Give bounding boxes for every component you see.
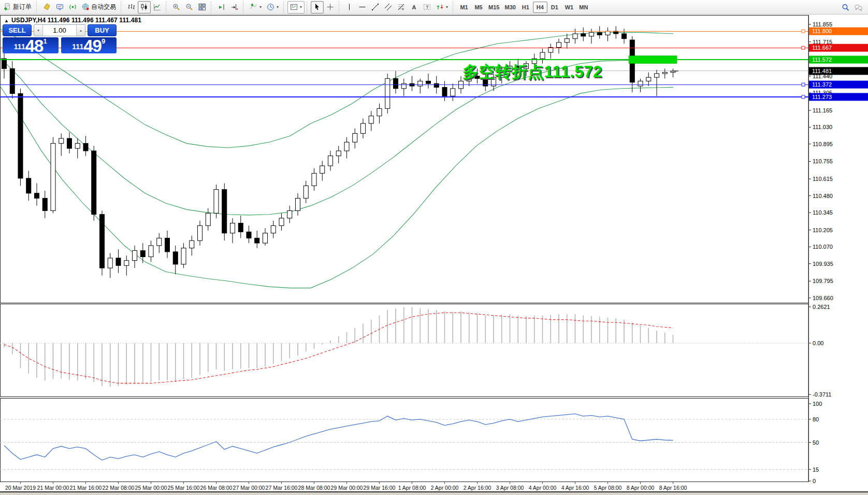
- text-button[interactable]: A: [408, 1, 421, 13]
- zoom-out-button[interactable]: [183, 1, 196, 13]
- algo-trading-button[interactable]: 自动交易: [79, 1, 119, 13]
- turning-point-bar[interactable]: [629, 56, 677, 64]
- sell-price-box[interactable]: 111 48 1: [3, 37, 59, 53]
- text-label-button[interactable]: T: [421, 1, 433, 13]
- equidistant-channel-button[interactable]: [382, 1, 395, 13]
- candle-body: [263, 233, 268, 243]
- chart-canvas[interactable]: MACD(12,26,9) 0.0601 0.1088 RSI(14) 52.6…: [0, 15, 868, 495]
- algo-trading-icon: [82, 3, 90, 11]
- candle-body: [42, 198, 47, 210]
- timeframe-m5-button[interactable]: M5: [471, 2, 486, 13]
- tile-windows-button[interactable]: [196, 1, 209, 13]
- chart-shift-button[interactable]: [215, 1, 228, 13]
- candle-body: [230, 223, 235, 233]
- toolbar-separator: [453, 2, 455, 13]
- price-badge-label: 111.572: [812, 56, 832, 63]
- candle-body: [157, 238, 162, 245]
- candle-body: [247, 232, 251, 238]
- chart-template-button[interactable]: ▾: [287, 1, 305, 13]
- candlestick-chart-button[interactable]: [138, 1, 151, 13]
- new-order-button-label: 新订单: [13, 3, 32, 11]
- buy-button[interactable]: BUY: [88, 24, 117, 36]
- chevron-down-icon[interactable]: ▾: [446, 5, 448, 9]
- turning-point-annotation[interactable]: 多空转折点111.572: [462, 61, 602, 83]
- macd-panel[interactable]: [1, 304, 809, 397]
- crosshair-icon: [326, 3, 334, 11]
- signals-icon[interactable]: [66, 1, 79, 13]
- timeframe-mn-button[interactable]: MN: [576, 2, 591, 13]
- candle-body: [206, 213, 210, 225]
- candle-body: [198, 225, 202, 241]
- text-icon: A: [410, 3, 418, 11]
- fibonacci-icon: F: [397, 3, 405, 11]
- line-endpoint-marker[interactable]: [802, 30, 805, 33]
- price-tick-label: 110.615: [813, 176, 833, 182]
- toolbar: 新订单自动交易▾▾▾FAT▾M1M5M15M30H1H4D1W1MN: [0, 0, 868, 15]
- buy-price-prefix: 111: [72, 43, 83, 51]
- search-icon: [842, 4, 849, 11]
- timeframe-h4-button[interactable]: H4: [533, 2, 547, 13]
- horizontal-line-button[interactable]: [356, 1, 369, 13]
- candle-body: [597, 33, 602, 35]
- cursor-button[interactable]: [311, 1, 324, 13]
- candle-body: [26, 178, 31, 193]
- timeframe-m1-button[interactable]: M1: [457, 2, 471, 13]
- crosshair-button[interactable]: [324, 1, 337, 13]
- zoom-in-button[interactable]: [170, 1, 183, 13]
- charts-profile-icon[interactable]: [40, 1, 53, 13]
- candle-body: [303, 186, 308, 198]
- timeframe-m30-button[interactable]: M30: [502, 2, 518, 13]
- candle-body: [92, 151, 96, 215]
- candlestick-chart-icon: [140, 3, 148, 11]
- market-watch-icon[interactable]: [53, 1, 66, 13]
- candle-body: [655, 74, 659, 77]
- candle-body: [320, 166, 325, 173]
- time-tick-label: 20 Mar 2019: [5, 485, 36, 491]
- candle-body: [222, 190, 227, 233]
- chart-title-bar: ▲USDJPY,H4 111.496 111.496 111.467 111.4…: [4, 17, 141, 24]
- price-badge-label: 111.667: [812, 45, 832, 51]
- candle-body: [442, 87, 447, 96]
- bar-chart-button[interactable]: [125, 1, 138, 13]
- fibonacci-button[interactable]: F: [395, 1, 408, 13]
- line-endpoint-marker[interactable]: [802, 83, 805, 86]
- new-order-button[interactable]: 新订单: [1, 1, 34, 13]
- time-tick-label: 2 Apr 00:00: [431, 485, 459, 491]
- chevron-down-icon[interactable]: ▾: [300, 5, 302, 9]
- time-tick-label: 4 Apr 16:00: [561, 485, 589, 491]
- auto-scroll-button[interactable]: [228, 1, 241, 13]
- candle-body: [426, 81, 431, 83]
- arrows-button[interactable]: ▾: [433, 1, 451, 13]
- trendline-icon: [371, 3, 379, 11]
- buy-price-box[interactable]: 111 49 9: [61, 37, 117, 53]
- timeframe-h1-button[interactable]: H1: [518, 2, 533, 13]
- vertical-line-button[interactable]: [343, 1, 356, 13]
- main-chart-panel[interactable]: [1, 16, 809, 303]
- volume-value[interactable]: 1.00: [43, 25, 76, 36]
- time-tick-label: 5 Apr 08:00: [594, 485, 622, 491]
- candle-body: [605, 31, 610, 35]
- line-endpoint-marker[interactable]: [802, 95, 805, 98]
- price-tick-label: 111.165: [813, 107, 832, 114]
- chevron-down-icon[interactable]: ▾: [277, 5, 279, 9]
- search-button[interactable]: [839, 1, 852, 13]
- line-chart-icon: [153, 3, 161, 11]
- chevron-down-icon[interactable]: ▾: [259, 5, 262, 9]
- sell-button[interactable]: SELL: [3, 24, 32, 36]
- trendline-button[interactable]: [369, 1, 382, 13]
- line-chart-button[interactable]: [151, 1, 164, 13]
- collapse-arrow-icon[interactable]: ▲: [4, 18, 9, 23]
- timeframe-m15-button[interactable]: M15: [486, 2, 502, 13]
- volume-decrease-button[interactable]: ▼: [34, 25, 43, 36]
- timeframe-d1-button[interactable]: D1: [547, 2, 562, 13]
- chat-button[interactable]: [852, 1, 865, 13]
- periods-button[interactable]: ▾: [264, 1, 281, 13]
- price-tick-label: 110.480: [813, 193, 833, 199]
- timeframe-w1-button[interactable]: W1: [562, 2, 576, 13]
- text-label-icon: T: [423, 3, 431, 11]
- volume-increase-button[interactable]: ▲: [76, 25, 85, 36]
- line-endpoint-marker[interactable]: [802, 46, 805, 49]
- add-indicator-button[interactable]: ▾: [247, 1, 264, 13]
- candle-body: [108, 258, 112, 268]
- rsi-tick-label: 15: [813, 466, 819, 473]
